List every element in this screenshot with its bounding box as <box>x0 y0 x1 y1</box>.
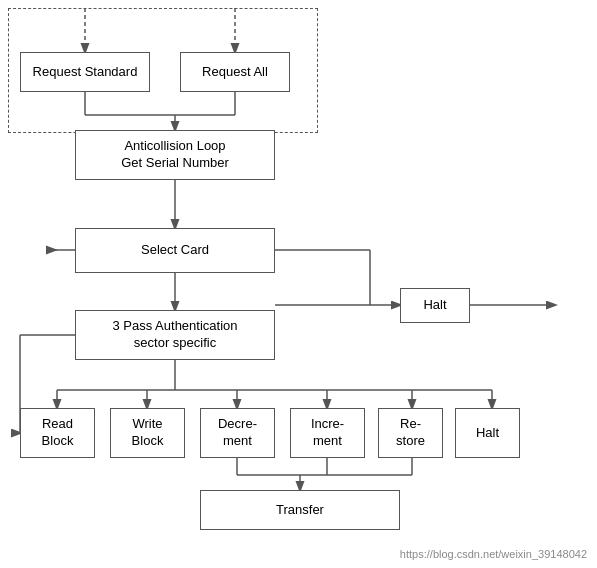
transfer-label: Transfer <box>276 502 324 519</box>
request-standard-box: Request Standard <box>20 52 150 92</box>
write-block-label: WriteBlock <box>132 416 164 450</box>
halt2-box: Halt <box>455 408 520 458</box>
watermark: https://blog.csdn.net/weixin_39148042 <box>400 548 587 560</box>
diagram: Request Standard Request All Anticollisi… <box>0 0 597 568</box>
restore-label: Re-store <box>396 416 425 450</box>
write-block-box: WriteBlock <box>110 408 185 458</box>
select-card-box: Select Card <box>75 228 275 273</box>
restore-box: Re-store <box>378 408 443 458</box>
anticollision-box: Anticollision LoopGet Serial Number <box>75 130 275 180</box>
auth-label: 3 Pass Authenticationsector specific <box>112 318 237 352</box>
request-standard-label: Request Standard <box>33 64 138 81</box>
anticollision-label: Anticollision LoopGet Serial Number <box>121 138 229 172</box>
select-card-label: Select Card <box>141 242 209 259</box>
decrement-label: Decre-ment <box>218 416 257 450</box>
increment-box: Incre-ment <box>290 408 365 458</box>
transfer-box: Transfer <box>200 490 400 530</box>
halt1-box: Halt <box>400 288 470 323</box>
request-all-box: Request All <box>180 52 290 92</box>
halt1-label: Halt <box>423 297 446 314</box>
read-block-label: ReadBlock <box>42 416 74 450</box>
halt2-label: Halt <box>476 425 499 442</box>
request-all-label: Request All <box>202 64 268 81</box>
increment-label: Incre-ment <box>311 416 344 450</box>
read-block-box: ReadBlock <box>20 408 95 458</box>
decrement-box: Decre-ment <box>200 408 275 458</box>
auth-box: 3 Pass Authenticationsector specific <box>75 310 275 360</box>
